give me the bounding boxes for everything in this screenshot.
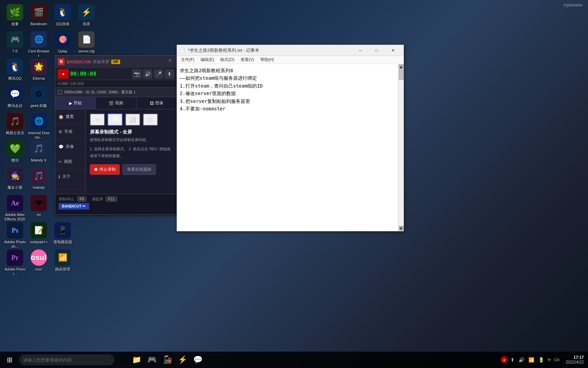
scroll-up-arrow[interactable]: ▲ <box>399 64 404 69</box>
close-button[interactable]: ✕ <box>385 46 401 55</box>
bandicam-sidebar: 🏠 首页 ⚙ 常规 💬 录像 ✂ 截图 ℹ 关于 <box>55 109 86 194</box>
taskbar-search-input[interactable] <box>19 354 114 365</box>
desktop-icon-etterna[interactable]: 🌟 Etterna <box>27 57 51 82</box>
desktop-icon-xunlei[interactable]: ⚡ 迅雷 <box>74 3 99 28</box>
desktop-icon-notepadpp[interactable]: 📝 notepad++ <box>27 221 51 246</box>
menu-edit[interactable]: 编辑(E) <box>198 56 217 63</box>
online-help-button[interactable]: 查看在线题助 <box>122 164 156 175</box>
scroll-down-arrow[interactable]: ▼ <box>399 226 404 231</box>
desktop-icon-osu[interactable]: osu! osu! <box>27 248 51 273</box>
desktop-icon-malody[interactable]: 🎵 malody <box>27 166 51 191</box>
desktop-icon-premiere[interactable]: Pr Adobe Premi... <box>3 248 27 277</box>
menu-view[interactable]: 查看(V) <box>238 56 257 63</box>
nav-tab-image[interactable]: 🖼 图像 <box>136 97 177 109</box>
bandicam-app-name: 班迪录屏 <box>93 59 109 65</box>
tray-wifi[interactable]: 📶 <box>527 356 536 364</box>
mic-btn[interactable]: 🎤 <box>154 69 163 79</box>
desktop-icon-malody-v[interactable]: 🎵 Malody V <box>27 139 51 164</box>
sidebar-screenshot[interactable]: ✂ 截图 <box>55 154 85 169</box>
sidebar-home[interactable]: 🏠 首页 <box>55 109 85 124</box>
start-button[interactable]: ⊞ <box>1 352 18 368</box>
game-icon: 🎮 <box>147 355 157 364</box>
resolution-checkbox[interactable] <box>58 90 62 94</box>
sidebar-about[interactable]: ℹ 关于 <box>55 169 85 184</box>
tray-lang[interactable]: 中 <box>547 356 552 364</box>
bandicam-nav-tabs: ▶ 开始 🎬 视频 🖼 图像 <box>55 97 177 109</box>
scroll-thumb[interactable] <box>399 70 404 80</box>
minimize-button[interactable]: ─ <box>353 46 368 55</box>
notepad-window: 📄 *求生之路2萌新教程系列.txt - 记事本 ─ □ ✕ 文件(F) 编辑(… <box>177 45 404 231</box>
record-button[interactable]: ● <box>58 69 69 79</box>
notepad-title-text: *求生之路2萌新教程系列.txt - 记事本 <box>188 47 350 53</box>
taskview-icon: ⊟ <box>120 355 126 364</box>
desktop-icon-netease-music[interactable]: 🎵 网易云音乐 <box>3 112 27 137</box>
desktop-icon-witch[interactable]: 🧙 魔女小屋 <box>3 166 27 191</box>
notepad-menubar: 文件(F) 编辑(E) 格式(O) 查看(V) 帮助(H) <box>177 56 404 64</box>
window-btn[interactable]: ⬜ <box>125 113 140 126</box>
webcam-btn[interactable]: 📷 <box>132 69 142 79</box>
tray-chevron[interactable]: ⬆ <box>509 356 516 364</box>
tray-input[interactable]: CH <box>553 356 560 363</box>
maximize-button[interactable]: □ <box>369 46 385 55</box>
fileexplorer-icon: 📁 <box>132 355 141 364</box>
taskbar-chat[interactable]: 💬 <box>191 352 205 367</box>
desktop-icon-leidi[interactable]: 📱 雷电模拟器 <box>50 221 75 246</box>
taskbar-power[interactable]: ⚡ <box>175 352 190 367</box>
desktop-icon-cent-browser[interactable]: 🌐 Cent Browser <box>27 30 51 59</box>
desktop-icon-nn[interactable]: ❤ nn <box>27 194 51 218</box>
desktop-icon-bandicam[interactable]: 🎬 Bandicam <box>27 3 51 28</box>
bandicam-recording-bar: ● 00:00:08 📷 🔊 🎤 ⬆ <box>55 68 177 80</box>
volume-btn[interactable]: 🔊 <box>143 69 152 79</box>
stop-record-button[interactable]: ⏹ 停止录制 <box>90 164 120 175</box>
desktop-icon-wechat[interactable]: 💚 微信 <box>3 139 27 164</box>
start-icon: ⊞ <box>7 356 13 364</box>
nav-tab-start[interactable]: ▶ 开始 <box>55 97 96 109</box>
mode-desc: 使用此录制模式可以录制全屏内容。 <box>90 137 173 142</box>
taskbar-steam[interactable]: 🚂 <box>160 352 175 367</box>
desktop-icon-servercfg[interactable]: 📄 server.cfg <box>74 30 99 55</box>
nav-tab-video[interactable]: 🎬 视频 <box>96 97 136 109</box>
file-size-text: 4.2MB / 190.2GB <box>58 82 84 86</box>
capture-key: F11 <box>106 196 117 202</box>
bandicam-app-icon: B <box>58 58 65 65</box>
menu-help[interactable]: 帮助(H) <box>258 56 277 63</box>
notepad-content-area[interactable]: 求生之路2萌新教程系列8 ——如何把steam组与服务器进行绑定 1.打开ste… <box>177 64 398 231</box>
titlebar-buttons: ─ □ ✕ <box>353 46 401 55</box>
clock-date: 2022/4/22 <box>566 360 584 365</box>
bandicam-close-icon[interactable]: × <box>166 58 174 66</box>
desktop-icon-router[interactable]: 📶 路由管理 <box>50 248 75 273</box>
desktop-icon-tencentqq[interactable]: 🐧 腾讯QQ <box>3 57 27 82</box>
menu-format[interactable]: 格式(O) <box>217 56 237 63</box>
desktop-icon-uplay[interactable]: 🎯 Uplay <box>50 30 75 55</box>
sidebar-record[interactable]: 💬 录像 <box>55 139 85 154</box>
sidebar-settings[interactable]: ⚙ 常规 <box>55 124 85 139</box>
sidebar-screenshot-label: 截图 <box>64 159 72 165</box>
taskbar-clock[interactable]: 17:17 2022/4/22 <box>563 355 587 365</box>
taskbar-fileexplorer[interactable]: 📁 <box>129 352 144 367</box>
desktop-icon-fangqi[interactable]: 🌿 放妻 <box>3 3 27 28</box>
bandicut-button[interactable]: BANDICUT ✂ <box>59 203 89 210</box>
desktop-icon-internet-download[interactable]: 🌐 Internet Downlo... <box>27 112 51 141</box>
tray-volume[interactable]: 🔊 <box>517 356 526 364</box>
region-btn[interactable]: ⊡ <box>143 113 158 126</box>
cursor-btn[interactable]: ⬆ <box>165 69 174 79</box>
menu-file[interactable]: 文件(F) <box>178 56 197 63</box>
tray-battery[interactable]: 🔋 <box>537 356 545 364</box>
desktop-icon-geek[interactable]: ⚙ geek 卸载 <box>27 85 51 109</box>
desktop-icon-photoshop[interactable]: Ps Adobe Photosh... <box>3 221 27 250</box>
desktop-icon-70[interactable]: 🎮 7.0 <box>3 30 27 55</box>
resolution-text: 1920x1080 - (0, 0), (1920, 1080) - 显示器 1 <box>64 90 135 95</box>
taskbar-taskview[interactable]: ⊟ <box>117 352 129 367</box>
bandicam-footer: 录制/停止 F8 捕捉屏 F11 BANDICUT ✂ <box>55 194 177 214</box>
taskbar-game[interactable]: 🎮 <box>145 352 159 367</box>
fullscreen-btn[interactable]: 🖥 <box>108 113 122 126</box>
desktop-icon-tencent-meeting[interactable]: 💬 腾讯会议 <box>3 85 27 109</box>
stream-watermark: mylivewire <box>564 3 583 7</box>
record-timer: 00:00:08 <box>70 71 96 77</box>
desktop-icon-qqgames[interactable]: 🐧 QQ游戏 <box>50 3 75 28</box>
notepad-scrollbar[interactable]: ▲ ▼ <box>398 64 404 231</box>
chat-icon: 💬 <box>193 355 202 364</box>
desktop-icon-ae[interactable]: Ae Adobe After Effects 2020 <box>3 194 27 223</box>
back-btn[interactable]: ↩ <box>90 113 105 126</box>
nav-tab-start-label: 开始 <box>74 100 82 106</box>
